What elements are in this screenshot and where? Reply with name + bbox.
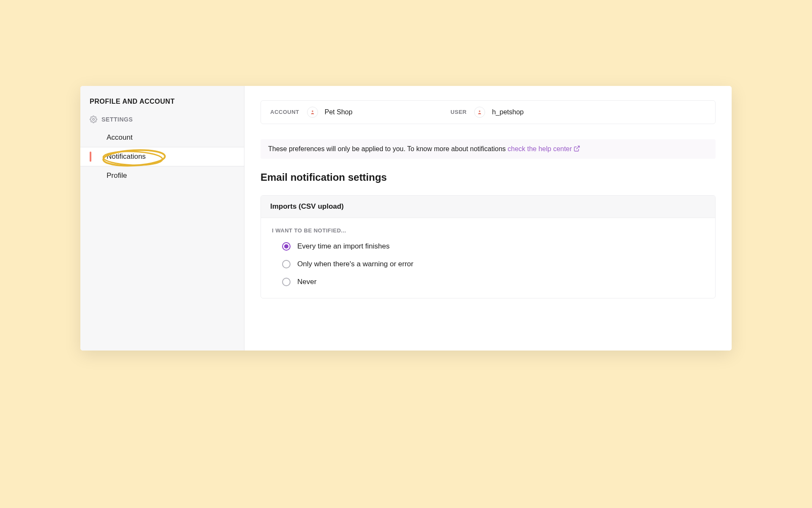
sidebar: PROFILE AND ACCOUNT SETTINGS Account Not…: [80, 86, 244, 351]
sidebar-title: PROFILE AND ACCOUNT: [80, 98, 244, 116]
sidebar-item-label: Notifications: [107, 152, 146, 160]
card-body: I WANT TO BE NOTIFIED... Every time an i…: [261, 218, 715, 298]
radio-label: Never: [297, 278, 316, 286]
page-heading: Email notification settings: [261, 171, 716, 183]
sidebar-item-label: Profile: [107, 171, 127, 179]
sidebar-item-account[interactable]: Account: [80, 128, 244, 147]
card-header: Imports (CSV upload): [261, 196, 715, 218]
user-label: USER: [450, 109, 466, 115]
gear-icon: [90, 116, 97, 123]
radio-option-never[interactable]: Never: [282, 278, 704, 286]
radio-label: Only when there's a warning or error: [297, 260, 413, 268]
help-center-link[interactable]: check the help center: [508, 145, 580, 152]
sidebar-item-label: Account: [107, 133, 132, 141]
svg-line-5: [576, 146, 579, 149]
sidebar-item-notifications[interactable]: Notifications: [80, 147, 244, 166]
radio-option-every-time[interactable]: Every time an import finishes: [282, 242, 704, 251]
sidebar-section-header: SETTINGS: [80, 116, 244, 128]
account-user-bar: ACCOUNT Pet Shop USER h_petshop: [261, 100, 716, 124]
svg-point-3: [312, 110, 313, 112]
radio-indicator: [282, 278, 291, 286]
notice-bar: These preferences will only be applied t…: [261, 139, 716, 159]
notice-text: These preferences will only be applied t…: [268, 145, 508, 152]
radio-indicator: [282, 242, 291, 251]
account-label: ACCOUNT: [270, 109, 299, 115]
main-content: ACCOUNT Pet Shop USER h_petshop These pr…: [244, 86, 732, 351]
sidebar-section-label: SETTINGS: [102, 116, 133, 123]
user-avatar-icon: [474, 107, 485, 118]
app-window: PROFILE AND ACCOUNT SETTINGS Account Not…: [80, 86, 732, 351]
external-link-icon: [573, 145, 580, 152]
link-text: check the help center: [508, 145, 572, 152]
svg-point-0: [93, 118, 95, 120]
account-value: Pet Shop: [325, 108, 353, 116]
sidebar-item-profile[interactable]: Profile: [80, 166, 244, 185]
account-avatar-icon: [307, 107, 318, 118]
imports-settings-card: Imports (CSV upload) I WANT TO BE NOTIFI…: [261, 195, 716, 298]
radio-indicator: [282, 260, 291, 268]
svg-point-4: [479, 110, 481, 112]
radio-option-warning-error[interactable]: Only when there's a warning or error: [282, 260, 704, 268]
card-sublabel: I WANT TO BE NOTIFIED...: [272, 227, 704, 234]
radio-label: Every time an import finishes: [297, 242, 390, 251]
radio-group-imports: Every time an import finishes Only when …: [272, 242, 704, 286]
sidebar-items: Account Notifications Profile: [80, 128, 244, 185]
user-value: h_petshop: [492, 108, 524, 116]
